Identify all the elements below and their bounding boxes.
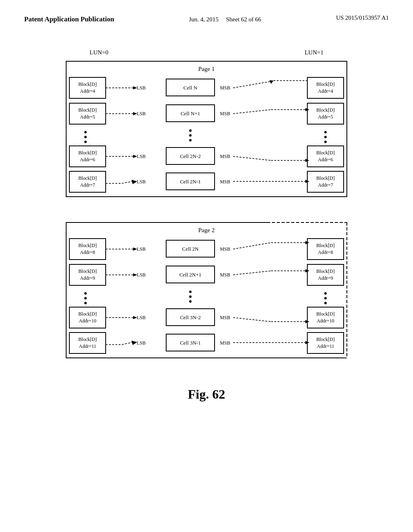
svg-text:LSB: LSB	[137, 179, 146, 185]
svg-rect-138	[307, 332, 344, 353]
figure-caption: Fig. 62	[188, 387, 225, 402]
svg-text:Block[D]: Block[D]	[78, 150, 96, 156]
svg-text:Block[D]: Block[D]	[316, 337, 334, 342]
svg-rect-92	[69, 264, 106, 285]
svg-rect-17	[69, 103, 106, 124]
svg-point-38	[324, 131, 327, 133]
svg-text:LSB: LSB	[137, 246, 146, 252]
svg-text:Block[D]: Block[D]	[316, 243, 334, 248]
svg-text:Cell 2N-1: Cell 2N-1	[180, 179, 201, 185]
svg-text:Addr=11: Addr=11	[317, 343, 334, 349]
svg-text:Addr=7: Addr=7	[318, 182, 333, 188]
svg-text:Addr=4: Addr=4	[80, 88, 95, 94]
svg-point-36	[189, 134, 192, 137]
svg-text:Cell N+1: Cell N+1	[181, 110, 200, 116]
svg-point-110	[189, 291, 192, 293]
svg-text:LSB: LSB	[137, 340, 146, 346]
diagram2-container: Page 2 Block[D] Addr=8 Cell 2N LSB MSB B…	[65, 222, 348, 359]
page-header: Patent Application Publication Jun. 4, 2…	[0, 0, 413, 24]
svg-rect-84	[307, 239, 344, 260]
diagram1-svg: Page 1 Block[D] Addr=4 Cell N LSB MSB Bl…	[65, 60, 348, 197]
sheet-info: Sheet 62 of 66	[226, 16, 261, 23]
svg-text:Block[D]: Block[D]	[78, 337, 96, 342]
lun-left-1: LUN=0	[90, 49, 108, 56]
svg-text:LSB: LSB	[137, 315, 146, 320]
svg-rect-99	[307, 264, 344, 285]
svg-text:Cell 3N-1: Cell 3N-1	[180, 340, 201, 346]
publication-date: Jun. 4, 2015	[189, 16, 218, 23]
svg-point-39	[324, 136, 327, 138]
svg-rect-41	[69, 146, 106, 167]
svg-point-111	[189, 295, 192, 298]
svg-text:LSB: LSB	[137, 111, 146, 116]
svg-text:Cell 3N-2: Cell 3N-2	[180, 314, 201, 320]
svg-rect-123	[307, 307, 344, 328]
svg-text:Addr=8: Addr=8	[80, 249, 95, 255]
svg-text:Addr=6: Addr=6	[80, 157, 95, 162]
svg-text:Block[D]: Block[D]	[316, 268, 334, 274]
svg-text:Addr=9: Addr=9	[318, 275, 333, 281]
svg-text:LSB: LSB	[137, 272, 146, 278]
svg-text:Block[D]: Block[D]	[316, 81, 334, 87]
svg-rect-116	[69, 307, 106, 328]
svg-text:Block[D]: Block[D]	[78, 107, 96, 113]
svg-point-115	[324, 302, 327, 304]
svg-text:MSB: MSB	[220, 179, 230, 185]
svg-text:Block[D]: Block[D]	[78, 311, 96, 317]
svg-text:LSB: LSB	[137, 154, 146, 159]
publication-title: Patent Application Publication	[24, 15, 114, 24]
svg-rect-77	[69, 239, 106, 260]
svg-text:MSB: MSB	[220, 315, 230, 320]
svg-text:MSB: MSB	[220, 85, 230, 91]
svg-text:Block[D]: Block[D]	[316, 150, 334, 156]
svg-text:Block[D]: Block[D]	[78, 81, 96, 87]
svg-rect-24	[307, 103, 344, 124]
svg-point-34	[84, 141, 87, 143]
svg-text:MSB: MSB	[220, 246, 230, 252]
diagram2-svg: Page 2 Block[D] Addr=8 Cell 2N LSB MSB B…	[65, 222, 348, 359]
header-center: Jun. 4, 2015 Sheet 62 of 66	[189, 15, 261, 24]
svg-rect-2	[69, 77, 106, 98]
svg-text:Block[D]: Block[D]	[78, 175, 96, 181]
svg-rect-131	[69, 332, 106, 353]
svg-rect-56	[69, 171, 106, 192]
svg-point-114	[324, 297, 327, 299]
svg-point-35	[189, 129, 192, 132]
svg-text:Addr=9: Addr=9	[80, 275, 95, 281]
svg-text:Page 1: Page 1	[198, 66, 215, 72]
svg-point-37	[189, 139, 192, 141]
svg-point-33	[84, 136, 87, 138]
svg-text:Addr=4: Addr=4	[318, 88, 333, 94]
svg-text:Cell 2N+1: Cell 2N+1	[179, 272, 202, 278]
svg-text:Block[D]: Block[D]	[78, 268, 96, 274]
svg-text:Addr=10: Addr=10	[79, 318, 96, 324]
svg-point-40	[324, 141, 327, 143]
patent-number: US 2015/0153957 A1	[336, 15, 389, 21]
svg-text:Block[D]: Block[D]	[316, 175, 334, 181]
diagram1-container: LUN=0 LUN=1 Page 1 Block[D] Addr=4 Cell …	[65, 60, 348, 197]
svg-text:Addr=11: Addr=11	[79, 343, 96, 349]
svg-point-113	[324, 292, 327, 295]
svg-rect-63	[307, 171, 344, 192]
svg-text:Addr=5: Addr=5	[80, 114, 95, 120]
svg-text:Cell 2N-2: Cell 2N-2	[180, 153, 201, 159]
svg-point-107	[84, 292, 87, 295]
main-content: LUN=0 LUN=1 Page 1 Block[D] Addr=4 Cell …	[0, 24, 413, 402]
svg-text:Addr=6: Addr=6	[318, 157, 333, 162]
svg-point-32	[84, 131, 87, 133]
svg-text:Block[D]: Block[D]	[316, 311, 334, 317]
svg-text:Addr=10: Addr=10	[317, 318, 334, 324]
svg-point-109	[84, 302, 87, 304]
svg-text:MSB: MSB	[220, 154, 230, 159]
svg-text:Addr=8: Addr=8	[318, 249, 333, 255]
svg-text:LSB: LSB	[137, 85, 146, 91]
svg-text:Block[D]: Block[D]	[316, 107, 334, 113]
svg-point-112	[189, 300, 192, 303]
svg-text:Block[D]: Block[D]	[78, 243, 96, 248]
lun-right-1: LUN=1	[305, 49, 323, 56]
svg-text:MSB: MSB	[220, 340, 230, 346]
svg-text:Cell N: Cell N	[184, 85, 198, 91]
svg-rect-9	[307, 77, 344, 98]
svg-text:Addr=5: Addr=5	[318, 114, 333, 120]
svg-text:MSB: MSB	[220, 111, 230, 116]
